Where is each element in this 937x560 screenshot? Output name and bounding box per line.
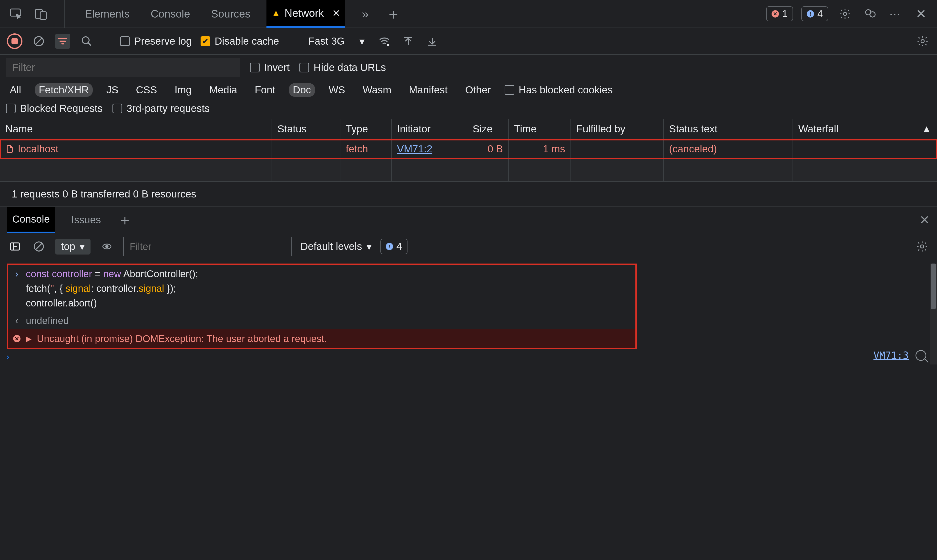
svg-point-12: [106, 245, 108, 248]
console-prompt[interactable]: ›: [0, 349, 937, 365]
network-conditions-icon[interactable]: [377, 34, 392, 49]
upload-har-icon[interactable]: [401, 34, 416, 49]
request-time: 1 ms: [509, 139, 571, 159]
tab-sources[interactable]: Sources: [206, 0, 255, 28]
request-type: fetch: [340, 139, 392, 159]
svg-rect-2: [40, 12, 46, 20]
issue-icon: !: [386, 243, 393, 250]
tab-elements[interactable]: Elements: [80, 0, 134, 28]
search-icon[interactable]: [79, 34, 94, 49]
preserve-log-checkbox[interactable]: Preserve log: [120, 35, 192, 47]
console-issues-badge[interactable]: ! 4: [380, 238, 408, 254]
type-all[interactable]: All: [6, 83, 25, 97]
chevron-down-icon: ▾: [366, 241, 372, 252]
inspect-element-icon[interactable]: [7, 5, 25, 22]
error-count-badge[interactable]: ✕ 1: [766, 6, 793, 21]
console-sidebar-icon[interactable]: [7, 239, 22, 254]
add-drawer-tab-icon[interactable]: ＋: [117, 210, 132, 230]
col-size[interactable]: Size: [467, 119, 509, 139]
type-wasm[interactable]: Wasm: [359, 83, 395, 97]
col-status-text[interactable]: Status text: [664, 119, 793, 139]
device-toolbar-icon[interactable]: [32, 5, 49, 22]
issues-count-badge[interactable]: ! 4: [801, 6, 828, 21]
tab-console[interactable]: Console: [146, 0, 195, 28]
col-initiator[interactable]: Initiator: [392, 119, 467, 139]
col-name[interactable]: Name: [0, 119, 272, 139]
col-waterfall[interactable]: Waterfall ▲: [793, 119, 937, 139]
type-img[interactable]: Img: [171, 83, 196, 97]
type-media[interactable]: Media: [205, 83, 241, 97]
live-expression-icon[interactable]: [99, 239, 114, 254]
devtools-tabstrip: Elements Console Sources ▲ Network ✕ » ＋…: [0, 0, 937, 28]
reveal-icon[interactable]: [915, 350, 926, 361]
svg-point-5: [870, 12, 875, 17]
svg-point-3: [843, 12, 846, 15]
type-css[interactable]: CSS: [132, 83, 161, 97]
input-caret-icon: ›: [13, 266, 20, 281]
col-status[interactable]: Status: [272, 119, 340, 139]
tab-network[interactable]: ▲ Network ✕: [267, 0, 345, 28]
settings-icon[interactable]: [837, 5, 854, 22]
file-icon: [5, 144, 14, 154]
svg-point-13: [920, 245, 923, 248]
request-initiator-link[interactable]: VM71:2: [397, 143, 432, 155]
console-input[interactable]: › const controller = new AbortController…: [8, 265, 635, 312]
warning-icon: ▲: [271, 8, 281, 18]
more-tabs-icon[interactable]: »: [357, 5, 374, 22]
console-filter-input[interactable]: [123, 237, 292, 256]
type-ws[interactable]: WS: [325, 83, 349, 97]
console-code: const controller = new AbortController()…: [26, 266, 198, 310]
type-manifest[interactable]: Manifest: [405, 83, 452, 97]
output-value: undefined: [26, 313, 69, 328]
filter-toggle-icon[interactable]: [55, 34, 70, 49]
third-party-checkbox[interactable]: 3rd-party requests: [113, 103, 210, 114]
error-message: Uncaught (in promise) DOMException: The …: [37, 331, 327, 346]
record-button[interactable]: [7, 34, 22, 49]
kebab-menu-icon[interactable]: ⋯: [887, 5, 904, 22]
has-blocked-cookies-checkbox[interactable]: Has blocked cookies: [505, 84, 613, 96]
context-select[interactable]: top ▾: [55, 238, 91, 254]
type-js[interactable]: JS: [102, 83, 122, 97]
network-status-bar: 1 requests 0 B transferred 0 B resources: [0, 182, 937, 207]
col-time[interactable]: Time: [509, 119, 571, 139]
close-devtools-icon[interactable]: ✕: [912, 5, 930, 22]
scrollbar[interactable]: [930, 263, 937, 365]
disable-cache-checkbox[interactable]: ✔Disable cache: [201, 35, 279, 47]
clear-icon[interactable]: [31, 34, 46, 49]
request-status-text: (canceled): [664, 139, 793, 159]
type-font[interactable]: Font: [251, 83, 279, 97]
col-type[interactable]: Type: [340, 119, 392, 139]
error-icon: ✕: [772, 10, 779, 18]
console-settings-icon[interactable]: [915, 239, 930, 254]
console-error[interactable]: ✕ ▶ Uncaught (in promise) DOMException: …: [8, 329, 635, 348]
col-fulfilled-by[interactable]: Fulfilled by: [571, 119, 664, 139]
download-har-icon[interactable]: [425, 34, 440, 49]
type-fetch-xhr[interactable]: Fetch/XHR: [35, 83, 93, 97]
drawer-tab-console[interactable]: Console: [7, 207, 55, 233]
filter-input[interactable]: [6, 58, 240, 77]
network-filter-bar: Invert Hide data URLs All Fetch/XHR JS C…: [0, 55, 937, 119]
error-source-link[interactable]: VM71:3: [874, 350, 909, 361]
close-drawer-icon[interactable]: ✕: [919, 213, 930, 227]
log-levels-select[interactable]: Default levels ▾: [300, 241, 371, 252]
output-caret-icon: ‹: [13, 313, 20, 328]
throttling-select[interactable]: Fast 3G ▾: [305, 35, 368, 47]
type-other[interactable]: Other: [461, 83, 495, 97]
network-settings-icon[interactable]: [915, 34, 930, 49]
drawer-tab-issues[interactable]: Issues: [66, 207, 106, 233]
table-row-empty: [0, 159, 937, 181]
table-row[interactable]: localhost fetch VM71:2 0 B 1 ms (cancele…: [0, 139, 937, 159]
error-count: 1: [782, 8, 788, 19]
close-icon[interactable]: ✕: [332, 8, 340, 19]
expand-icon[interactable]: ▶: [26, 333, 31, 344]
request-status: [272, 139, 340, 159]
invert-checkbox[interactable]: Invert: [250, 62, 290, 73]
add-tab-icon[interactable]: ＋: [385, 5, 402, 22]
network-table: Name Status Type Initiator Size Time Ful…: [0, 119, 937, 182]
feedback-icon[interactable]: [862, 5, 879, 22]
clear-console-icon[interactable]: [31, 239, 46, 254]
type-doc[interactable]: Doc: [289, 83, 315, 97]
hide-data-urls-checkbox[interactable]: Hide data URLs: [299, 62, 386, 73]
blocked-requests-checkbox[interactable]: Blocked Requests: [6, 103, 103, 114]
console-toolbar: top ▾ Default levels ▾ ! 4: [0, 233, 937, 260]
